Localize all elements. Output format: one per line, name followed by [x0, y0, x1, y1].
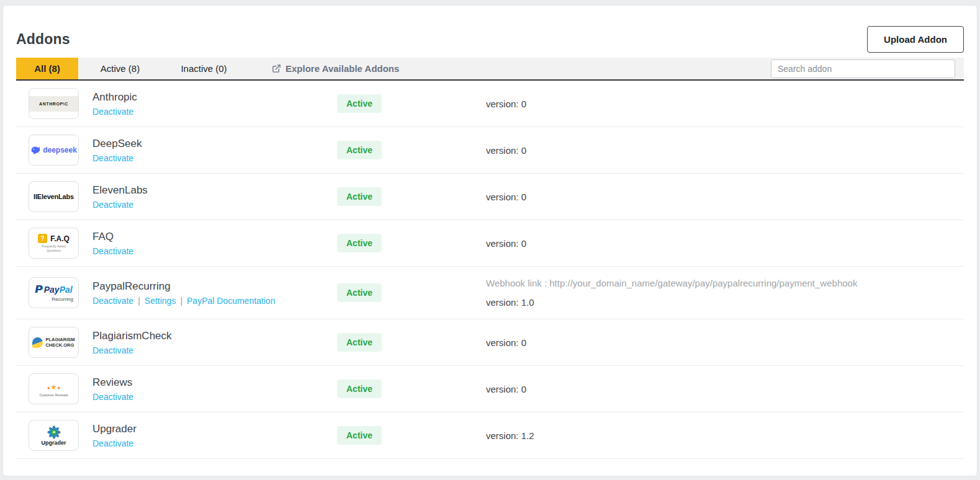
addon-row-upgrader: Upgrader Upgrader Deactivate Active vers…	[16, 412, 964, 459]
anthropic-logo: ANTHROP\C	[29, 88, 79, 119]
elevenlabs-logo: IIElevenLabs	[29, 181, 79, 212]
addon-row-faq: ? F.A.Q Frequently Asked Questions FAQ D…	[16, 220, 964, 267]
status-badge: Active	[337, 380, 382, 398]
reviews-logo-subtext: Customer Reviews	[39, 393, 68, 397]
addon-name: PlagiarismCheck	[92, 330, 337, 342]
link-separator: |	[138, 296, 140, 306]
addon-row-elevenlabs: IIElevenLabs ElevenLabs Deactivate Activ…	[16, 174, 964, 220]
addon-list: ANTHROP\C Anthropic Deactivate Active ve…	[3, 81, 977, 459]
elevenlabs-wordmark: IIElevenLabs	[34, 193, 74, 200]
addon-name: FAQ	[92, 231, 337, 243]
status-badge: Active	[337, 187, 382, 206]
tab-bar: All (8) Active (8) Inactive (0) Explore …	[16, 58, 964, 81]
paypal-wordmark-pay: Pay	[44, 285, 60, 295]
tab-active[interactable]: Active (8)	[78, 58, 162, 79]
plagiarismcheck-c-icon	[32, 337, 43, 348]
deepseek-logo: deepseek	[29, 135, 79, 166]
deepseek-wordmark: deepseek	[43, 146, 77, 154]
addon-name: PaypalRecurring	[92, 280, 337, 293]
status-badge: Active	[337, 234, 382, 252]
addon-name: Upgrader	[92, 423, 337, 435]
plagiarismcheck-wordmark-line2: CHECK.ORG	[45, 342, 74, 348]
tab-all[interactable]: All (8)	[16, 58, 78, 79]
deactivate-link[interactable]: Deactivate	[92, 200, 133, 210]
status-badge: Active	[337, 426, 382, 445]
addon-row-paypalrecurring: P PayPal Recurring PaypalRecurring Deact…	[16, 267, 964, 319]
tab-inactive[interactable]: Inactive (0)	[162, 58, 246, 79]
question-mark-icon: ?	[38, 234, 47, 243]
page-header: Addons Upload Addon	[3, 6, 977, 58]
gear-icon	[47, 425, 61, 439]
deactivate-link[interactable]: Deactivate	[92, 438, 133, 448]
paypal-logo: P PayPal Recurring	[29, 277, 79, 308]
version-text: version: 0	[486, 384, 964, 394]
addon-row-plagiarismcheck: PLAGIARISMCHECK.ORG PlagiarismCheck Deac…	[16, 319, 964, 366]
anthropic-wordmark: ANTHROP\C	[29, 96, 78, 112]
paypal-wordmark-pal: Pal	[60, 285, 73, 295]
external-link-icon	[272, 64, 281, 73]
deepseek-whale-icon	[30, 146, 41, 154]
version-text: version: 1.0	[486, 297, 964, 308]
paypal-logo-subtext: Recurring	[52, 296, 73, 302]
search-input[interactable]	[771, 60, 955, 78]
webhook-link-text: Webhook link : http://your_domain_name/g…	[486, 278, 964, 288]
settings-link[interactable]: Settings	[145, 296, 176, 306]
addon-row-anthropic: ANTHROP\C Anthropic Deactivate Active ve…	[16, 81, 964, 127]
version-text: version: 0	[486, 192, 964, 202]
reviews-logo: ★★★ Customer Reviews	[29, 373, 79, 404]
paypal-p-icon: P	[35, 283, 42, 296]
version-text: version: 0	[486, 99, 964, 109]
link-separator: |	[180, 296, 182, 306]
version-text: version: 1.2	[486, 430, 964, 441]
explore-label: Explore Available Addons	[285, 63, 399, 74]
deactivate-link[interactable]: Deactivate	[92, 345, 133, 355]
explore-available-addons-link[interactable]: Explore Available Addons	[272, 58, 399, 79]
status-badge: Active	[337, 94, 382, 113]
version-text: version: 0	[486, 145, 964, 156]
upgrader-wordmark: Upgrader	[41, 440, 66, 446]
addon-row-reviews: ★★★ Customer Reviews Reviews Deactivate …	[16, 366, 964, 412]
plagiarismcheck-wordmark-line1: PLAGIARISM	[45, 337, 74, 342]
stars-icon: ★★★	[47, 381, 60, 391]
addon-name: Anthropic	[92, 91, 337, 104]
page-title: Addons	[16, 31, 70, 48]
deactivate-link[interactable]: Deactivate	[92, 107, 133, 117]
status-badge: Active	[337, 141, 382, 159]
addon-name: ElevenLabs	[92, 184, 337, 197]
version-text: version: 0	[486, 337, 964, 348]
addons-card: Addons Upload Addon All (8) Active (8) I…	[2, 5, 978, 476]
deactivate-link[interactable]: Deactivate	[92, 296, 133, 306]
paypal-documentation-link[interactable]: PayPal Documentation	[187, 296, 275, 306]
addon-name: DeepSeek	[92, 138, 337, 150]
deactivate-link[interactable]: Deactivate	[92, 392, 133, 402]
addon-name: Reviews	[92, 376, 337, 389]
faq-logo-subtext: Frequently Asked Questions	[40, 244, 68, 252]
deactivate-link[interactable]: Deactivate	[92, 153, 133, 163]
addon-row-deepseek: deepseek DeepSeek Deactivate Active vers…	[16, 127, 964, 174]
status-badge: Active	[337, 333, 382, 352]
version-text: version: 0	[486, 238, 964, 249]
deactivate-link[interactable]: Deactivate	[92, 246, 133, 256]
faq-logo: ? F.A.Q Frequently Asked Questions	[29, 228, 79, 259]
faq-wordmark: F.A.Q	[50, 234, 70, 243]
plagiarismcheck-logo: PLAGIARISMCHECK.ORG	[29, 327, 79, 358]
status-badge: Active	[337, 283, 382, 302]
upgrader-logo: Upgrader	[29, 420, 79, 451]
upload-addon-button[interactable]: Upload Addon	[867, 26, 964, 53]
